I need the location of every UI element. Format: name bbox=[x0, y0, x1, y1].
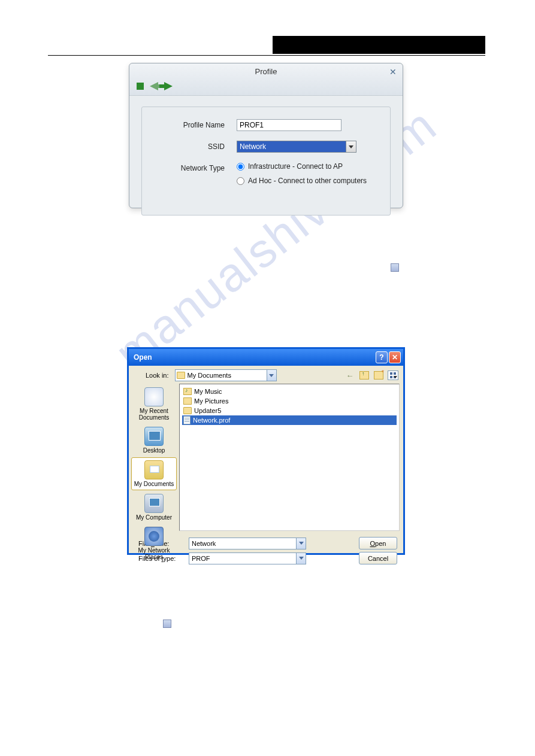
list-item[interactable]: My Music bbox=[182, 387, 397, 396]
network-places-icon bbox=[144, 527, 164, 546]
open-titlebar: Open ? ✕ bbox=[129, 349, 403, 366]
combo-filetype[interactable]: PROF bbox=[189, 552, 306, 564]
chevron-down-icon[interactable] bbox=[267, 370, 276, 381]
row-network-type: Network Type Infrastructure - Connect to… bbox=[153, 162, 379, 191]
places-bar: My Recent Documents Desktop My Documents… bbox=[129, 382, 179, 532]
label-lookin: Look in: bbox=[146, 372, 169, 379]
cancel-button[interactable]: Cancel bbox=[359, 552, 397, 564]
wizard-back-icon[interactable] bbox=[150, 82, 158, 90]
place-my-documents[interactable]: My Documents bbox=[131, 457, 177, 490]
radio-adhoc-input[interactable] bbox=[237, 177, 244, 185]
row-ssid: SSID bbox=[153, 141, 379, 153]
profile-panel: Profile Name SSID Network Type Infrastru… bbox=[141, 107, 391, 215]
combo-lookin[interactable]: My Documents bbox=[175, 369, 277, 381]
chevron-down-icon[interactable] bbox=[346, 141, 356, 153]
combo-ssid[interactable] bbox=[237, 141, 356, 153]
document-icon bbox=[391, 263, 399, 272]
close-icon[interactable]: ✕ bbox=[389, 67, 397, 77]
back-icon[interactable] bbox=[344, 370, 355, 381]
open-body: My Recent Documents Desktop My Documents… bbox=[129, 382, 403, 532]
filename-value: Network bbox=[192, 540, 216, 547]
place-label: My Documents bbox=[133, 481, 175, 487]
chevron-down-icon[interactable] bbox=[296, 553, 306, 564]
my-documents-icon bbox=[144, 460, 164, 479]
desktop-icon bbox=[144, 427, 164, 446]
header-black-bar bbox=[273, 36, 485, 54]
profile-body: Profile Name SSID Network Type Infrastru… bbox=[129, 96, 403, 226]
wizard-stop-icon[interactable] bbox=[137, 83, 144, 90]
list-item[interactable]: Network.prof bbox=[182, 415, 397, 425]
label-profile-name: Profile Name bbox=[153, 121, 225, 129]
new-folder-icon[interactable] bbox=[373, 370, 384, 381]
network-type-options: Infrastructure - Connect to AP Ad Hoc - … bbox=[237, 162, 367, 191]
open-button[interactable]: Open bbox=[359, 537, 397, 549]
place-label: My Recent Documents bbox=[132, 408, 176, 421]
chevron-down-icon[interactable] bbox=[296, 538, 306, 549]
radio-infrastructure-input[interactable] bbox=[237, 163, 244, 171]
file-name: Network.prof bbox=[193, 417, 230, 424]
my-computer-icon bbox=[144, 494, 164, 513]
input-profile-name[interactable] bbox=[237, 119, 341, 131]
folder-icon bbox=[177, 372, 185, 379]
filetype-value: PROF bbox=[192, 555, 210, 562]
profile-titlebar: Profile ✕ bbox=[129, 63, 403, 96]
up-one-level-icon[interactable] bbox=[359, 370, 370, 381]
place-label: My Computer bbox=[132, 514, 176, 521]
folder-icon bbox=[183, 407, 192, 414]
radio-adhoc[interactable]: Ad Hoc - Connect to other computers bbox=[237, 177, 367, 185]
combo-filename[interactable]: Network bbox=[189, 538, 306, 549]
folder-icon bbox=[183, 388, 192, 395]
wizard-next-icon[interactable] bbox=[164, 82, 173, 90]
label-filetype: Files of type: bbox=[138, 555, 184, 562]
list-item[interactable]: Updater5 bbox=[182, 406, 397, 415]
file-list[interactable]: My Music My Pictures Updater5 Network.pr… bbox=[179, 384, 400, 531]
profile-title: Profile bbox=[129, 67, 403, 76]
wizard-nav bbox=[137, 82, 173, 90]
place-desktop[interactable]: Desktop bbox=[131, 424, 177, 456]
recent-documents-icon bbox=[144, 387, 164, 406]
place-recent-documents[interactable]: My Recent Documents bbox=[131, 385, 177, 423]
open-title: Open bbox=[131, 353, 374, 362]
radio-infrastructure[interactable]: Infrastructure - Connect to AP bbox=[237, 162, 367, 171]
file-name: My Music bbox=[194, 388, 222, 395]
profile-dialog: Profile ✕ Profile Name SSID Network Type bbox=[129, 63, 403, 208]
close-icon[interactable]: ✕ bbox=[389, 351, 401, 363]
file-name: Updater5 bbox=[194, 407, 221, 414]
list-item[interactable]: My Pictures bbox=[182, 396, 397, 406]
label-ssid: SSID bbox=[153, 142, 225, 151]
file-icon bbox=[183, 416, 191, 424]
divider-line bbox=[48, 55, 485, 56]
place-my-computer[interactable]: My Computer bbox=[131, 491, 177, 523]
folder-icon bbox=[183, 397, 192, 405]
label-network-type: Network Type bbox=[153, 164, 225, 172]
file-name: My Pictures bbox=[194, 397, 228, 405]
input-ssid[interactable] bbox=[237, 141, 356, 153]
lookin-value: My Documents bbox=[188, 372, 231, 379]
row-profile-name: Profile Name bbox=[153, 119, 379, 131]
views-menu-icon[interactable] bbox=[388, 371, 398, 380]
place-label: Desktop bbox=[132, 447, 176, 454]
document-icon bbox=[163, 620, 171, 628]
open-dialog: Open ? ✕ Look in: My Documents My Recent… bbox=[127, 347, 405, 555]
open-toolbar: Look in: My Documents bbox=[129, 366, 403, 382]
help-icon[interactable]: ? bbox=[376, 351, 388, 363]
radio-infrastructure-label: Infrastructure - Connect to AP bbox=[248, 162, 343, 171]
radio-adhoc-label: Ad Hoc - Connect to other computers bbox=[248, 177, 367, 185]
